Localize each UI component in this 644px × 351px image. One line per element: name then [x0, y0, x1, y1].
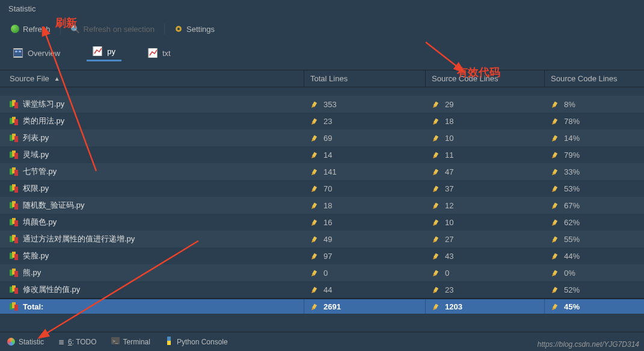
source-code-lines-value: 29 — [445, 100, 453, 109]
pencil-icon — [310, 219, 317, 226]
pencil-icon — [551, 303, 558, 310]
pencil-icon — [432, 134, 439, 141]
source-code-pct-value: 44% — [564, 252, 580, 261]
table-row[interactable]: 列表.py 69 10 14% — [0, 129, 644, 146]
source-code-pct-value: 14% — [564, 134, 580, 143]
file-name: 课堂练习.py — [23, 99, 64, 110]
separator — [164, 23, 165, 34]
file-name: 灵域.py — [23, 149, 49, 160]
tab-overview[interactable]: Overview — [7, 45, 66, 61]
pencil-icon — [551, 117, 558, 125]
table-row[interactable]: 笑脸.py 97 43 44% — [0, 247, 644, 264]
source-code-pct-value: 55% — [564, 235, 580, 244]
table-row[interactable] — [0, 87, 644, 96]
bottom-terminal[interactable]: >_ Terminal — [111, 337, 150, 346]
file-name: 列表.py — [23, 132, 49, 143]
settings-button[interactable]: Settings — [171, 23, 218, 35]
pencil-icon — [432, 151, 439, 158]
pencil-icon — [432, 252, 439, 259]
pencil-icon — [310, 168, 317, 175]
table-row[interactable]: 课堂练习.py 353 29 8% — [0, 96, 644, 113]
col-total-lines[interactable]: Total Lines — [304, 70, 426, 87]
file-icon — [10, 201, 18, 210]
file-name: 类的用法.py — [23, 116, 64, 126]
refresh-icon — [11, 25, 19, 33]
gear-icon — [174, 25, 183, 33]
total-lines-value: 49 — [324, 235, 332, 244]
statistic-icon — [7, 338, 15, 346]
table-row[interactable]: 修改属性的值.py 44 23 52% — [0, 281, 644, 298]
tab-py-label: py — [107, 47, 115, 56]
pencil-icon — [551, 101, 558, 108]
file-name: 随机数_验证码.py — [23, 200, 85, 211]
pencil-icon — [310, 185, 317, 192]
source-code-lines-value: 47 — [445, 167, 453, 176]
refresh-selection-label: Refresh on selection — [84, 25, 155, 34]
tab-py[interactable]: py — [87, 43, 121, 61]
total-lines-value: 23 — [324, 117, 332, 126]
refresh-selection-button[interactable]: 🔍 Refresh on selection — [67, 23, 159, 35]
col-source-file-label: Source File — [10, 74, 49, 83]
file-name: 熊.py — [23, 267, 41, 278]
table-row[interactable]: 填颜色.py 16 10 62% — [0, 214, 644, 231]
source-code-pct-value: 62% — [564, 218, 580, 227]
pencil-icon — [551, 185, 558, 192]
source-code-lines-value: 10 — [445, 218, 453, 227]
pencil-icon — [310, 235, 317, 243]
table-row[interactable]: 随机数_验证码.py 18 12 67% — [0, 197, 644, 214]
pencil-icon — [551, 151, 558, 158]
source-code-pct-value: 52% — [564, 285, 580, 294]
pencil-icon — [432, 202, 439, 209]
toolbar: Refresh 🔍 Refresh on selection Settings — [0, 18, 644, 40]
source-code-lines-value: 18 — [445, 117, 453, 126]
pencil-icon — [551, 202, 558, 209]
total-lines-value: 14 — [324, 151, 332, 160]
total-lines-value: 353 — [324, 100, 337, 109]
bottom-statistic[interactable]: Statistic — [7, 338, 44, 346]
pencil-icon — [310, 303, 317, 310]
table-row[interactable]: 通过方法对属性的值进行递增.py 49 27 55% — [0, 231, 644, 247]
terminal-icon: >_ — [111, 337, 120, 346]
col-source-file[interactable]: Source File ▲ — [0, 70, 304, 87]
pencil-icon — [551, 235, 558, 243]
python-icon — [165, 337, 173, 347]
file-icon — [10, 167, 18, 176]
col-source-code-lines-pct[interactable]: Source Code Lines — [545, 74, 644, 83]
col-source-code-lines[interactable]: Source Code Lines — [426, 70, 545, 87]
file-icon — [10, 269, 18, 277]
table-row[interactable]: 七节管.py 141 47 33% — [0, 163, 644, 180]
source-code-pct-value: 8% — [564, 100, 575, 109]
source-code-pct-value: 53% — [564, 184, 580, 193]
pencil-icon — [432, 219, 439, 226]
source-code-pct-value: 67% — [564, 201, 580, 210]
bottom-todo[interactable]: ≣ 6: TODO — [58, 338, 97, 346]
tab-overview-label: Overview — [28, 49, 60, 58]
settings-label: Settings — [186, 25, 215, 34]
table-row[interactable]: 类的用法.py 23 18 78% — [0, 113, 644, 129]
file-icon — [10, 184, 18, 193]
pencil-icon — [310, 101, 317, 108]
file-icon — [10, 235, 18, 243]
source-code-lines-value: 11 — [445, 151, 453, 160]
refresh-button[interactable]: Refresh — [7, 23, 54, 35]
bottom-python-console[interactable]: Python Console — [165, 337, 228, 347]
chart-icon — [93, 46, 102, 56]
pencil-icon — [551, 219, 558, 226]
source-code-lines-value: 10 — [445, 134, 453, 143]
separator — [60, 23, 61, 34]
pencil-icon — [310, 252, 317, 259]
overview-icon — [13, 48, 23, 58]
table-row[interactable]: 灵域.py 14 11 79% — [0, 146, 644, 163]
svg-point-7 — [177, 28, 180, 30]
total-lines-value: 70 — [324, 184, 332, 193]
tab-txt[interactable]: txt — [142, 45, 177, 61]
table-row[interactable]: 权限.py 70 37 53% — [0, 180, 644, 197]
table-row[interactable]: 熊.py 0 0 0% — [0, 264, 644, 281]
file-name: 通过方法对属性的值进行递增.py — [23, 234, 135, 244]
source-code-lines-value: 37 — [445, 184, 453, 193]
table: Source File ▲ Total Lines Source Code Li… — [0, 70, 644, 314]
pencil-icon — [551, 269, 558, 276]
pencil-icon — [432, 286, 439, 293]
total-icon — [10, 302, 18, 311]
pencil-icon — [432, 185, 439, 192]
